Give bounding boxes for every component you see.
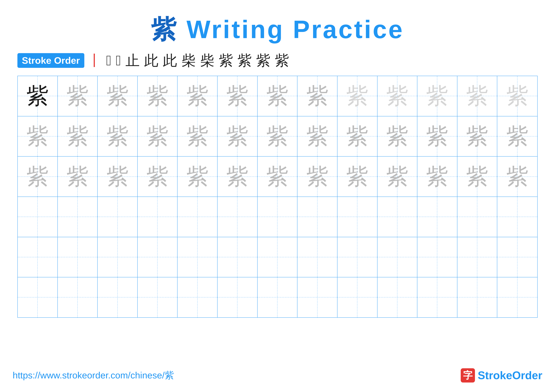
- grid-cell[interactable]: 紫: [58, 76, 98, 116]
- grid-cell[interactable]: 紫: [18, 76, 58, 116]
- grid-cell[interactable]: 紫: [58, 237, 98, 277]
- cell-character: 紫: [346, 125, 368, 147]
- grid-cell[interactable]: 紫: [378, 76, 417, 116]
- cell-character: 紫: [306, 165, 329, 188]
- cell-character: 紫: [346, 165, 368, 188]
- grid-cell[interactable]: 紫: [497, 76, 537, 116]
- grid-cell[interactable]: 紫: [258, 277, 298, 317]
- grid-cell[interactable]: 紫: [378, 277, 417, 317]
- grid-cell[interactable]: 紫: [177, 237, 218, 277]
- grid-cell[interactable]: 紫: [297, 116, 337, 156]
- cell-character: 紫: [66, 85, 89, 107]
- grid-cell[interactable]: 紫: [138, 157, 178, 197]
- grid-cell[interactable]: 紫: [337, 116, 378, 156]
- grid-row-2[interactable]: 紫紫紫紫紫紫紫紫紫紫紫紫紫: [18, 157, 537, 197]
- grid-cell[interactable]: 紫: [297, 76, 337, 116]
- grid-cell[interactable]: 紫: [98, 197, 138, 237]
- grid-cell[interactable]: 紫: [337, 237, 378, 277]
- page: 紫 Writing Practice Stroke Order 丨 𠄌 𠃋 止 …: [0, 0, 555, 392]
- grid-cell[interactable]: 紫: [417, 76, 457, 116]
- stroke-order-badge: Stroke Order: [17, 53, 84, 68]
- grid-cell[interactable]: 紫: [497, 197, 537, 237]
- grid-cell[interactable]: 紫: [457, 157, 497, 197]
- grid-cell[interactable]: 紫: [297, 237, 337, 277]
- grid-cell[interactable]: 紫: [337, 157, 378, 197]
- grid-cell[interactable]: 紫: [177, 76, 218, 116]
- stroke-5: 此: [144, 53, 158, 68]
- practice-grid: 紫紫紫紫紫紫紫紫紫紫紫紫紫紫紫紫紫紫紫紫紫紫紫紫紫紫紫紫紫紫紫紫紫紫紫紫紫紫紫紫…: [17, 76, 538, 318]
- grid-cell[interactable]: 紫: [218, 197, 258, 237]
- grid-cell[interactable]: 紫: [98, 116, 138, 156]
- grid-cell[interactable]: 紫: [58, 277, 98, 317]
- grid-cell[interactable]: 紫: [417, 277, 457, 317]
- grid-cell[interactable]: 紫: [337, 76, 378, 116]
- grid-cell[interactable]: 紫: [297, 157, 337, 197]
- grid-cell[interactable]: 紫: [258, 116, 298, 156]
- cell-character: 紫: [506, 165, 528, 188]
- grid-cell[interactable]: 紫: [58, 116, 98, 156]
- grid-cell[interactable]: 紫: [417, 157, 457, 197]
- grid-cell[interactable]: 紫: [98, 76, 138, 116]
- grid-cell[interactable]: 紫: [297, 197, 337, 237]
- grid-cell[interactable]: 紫: [98, 237, 138, 277]
- grid-cell[interactable]: 紫: [98, 277, 138, 317]
- grid-cell[interactable]: 紫: [18, 116, 58, 156]
- cell-character: 紫: [306, 85, 329, 107]
- grid-cell[interactable]: 紫: [177, 277, 218, 317]
- grid-cell[interactable]: 紫: [218, 116, 258, 156]
- grid-cell[interactable]: 紫: [18, 197, 58, 237]
- grid-cell[interactable]: 紫: [457, 197, 497, 237]
- grid-cell[interactable]: 紫: [98, 157, 138, 197]
- grid-cell[interactable]: 紫: [258, 237, 298, 277]
- grid-cell[interactable]: 紫: [58, 197, 98, 237]
- grid-cell[interactable]: 紫: [18, 157, 58, 197]
- grid-cell[interactable]: 紫: [177, 157, 218, 197]
- grid-cell[interactable]: 紫: [337, 277, 378, 317]
- grid-cell[interactable]: 紫: [218, 76, 258, 116]
- grid-cell[interactable]: 紫: [378, 157, 417, 197]
- grid-cell[interactable]: 紫: [378, 237, 417, 277]
- footer-url[interactable]: https://www.strokeorder.com/chinese/紫: [13, 369, 174, 382]
- grid-cell[interactable]: 紫: [177, 197, 218, 237]
- grid-row-0[interactable]: 紫紫紫紫紫紫紫紫紫紫紫紫紫: [18, 76, 537, 116]
- grid-row-4[interactable]: 紫紫紫紫紫紫紫紫紫紫紫紫紫: [18, 237, 537, 278]
- grid-cell[interactable]: 紫: [218, 277, 258, 317]
- grid-row-3[interactable]: 紫紫紫紫紫紫紫紫紫紫紫紫紫: [18, 197, 537, 237]
- cell-character: 紫: [66, 125, 89, 147]
- grid-cell[interactable]: 紫: [378, 197, 417, 237]
- cell-character: 紫: [106, 165, 129, 188]
- grid-cell[interactable]: 紫: [258, 197, 298, 237]
- grid-cell[interactable]: 紫: [138, 197, 178, 237]
- cell-character: 紫: [146, 85, 168, 107]
- grid-cell[interactable]: 紫: [457, 76, 497, 116]
- grid-cell[interactable]: 紫: [457, 116, 497, 156]
- grid-cell[interactable]: 紫: [297, 277, 337, 317]
- grid-cell[interactable]: 紫: [497, 237, 537, 277]
- grid-cell[interactable]: 紫: [497, 157, 537, 197]
- grid-cell[interactable]: 紫: [497, 277, 537, 317]
- grid-cell[interactable]: 紫: [337, 197, 378, 237]
- grid-cell[interactable]: 紫: [378, 116, 417, 156]
- grid-cell[interactable]: 紫: [138, 116, 178, 156]
- grid-cell[interactable]: 紫: [457, 237, 497, 277]
- grid-cell[interactable]: 紫: [58, 157, 98, 197]
- grid-cell[interactable]: 紫: [258, 157, 298, 197]
- grid-cell[interactable]: 紫: [138, 277, 178, 317]
- grid-cell[interactable]: 紫: [457, 277, 497, 317]
- grid-cell[interactable]: 紫: [417, 116, 457, 156]
- grid-row-1[interactable]: 紫紫紫紫紫紫紫紫紫紫紫紫紫: [18, 116, 537, 157]
- grid-cell[interactable]: 紫: [177, 116, 218, 156]
- grid-cell[interactable]: 紫: [497, 116, 537, 156]
- grid-cell[interactable]: 紫: [258, 76, 298, 116]
- grid-row-5[interactable]: 紫紫紫紫紫紫紫紫紫紫紫紫紫: [18, 277, 537, 317]
- grid-cell[interactable]: 紫: [18, 237, 58, 277]
- grid-cell[interactable]: 紫: [138, 76, 178, 116]
- grid-cell[interactable]: 紫: [218, 237, 258, 277]
- grid-cell[interactable]: 紫: [18, 277, 58, 317]
- grid-cell[interactable]: 紫: [417, 197, 457, 237]
- grid-cell[interactable]: 紫: [138, 237, 178, 277]
- grid-cell[interactable]: 紫: [417, 237, 457, 277]
- grid-cell[interactable]: 紫: [218, 157, 258, 197]
- footer: https://www.strokeorder.com/chinese/紫 字 …: [13, 368, 542, 383]
- cell-character: 紫: [186, 165, 209, 188]
